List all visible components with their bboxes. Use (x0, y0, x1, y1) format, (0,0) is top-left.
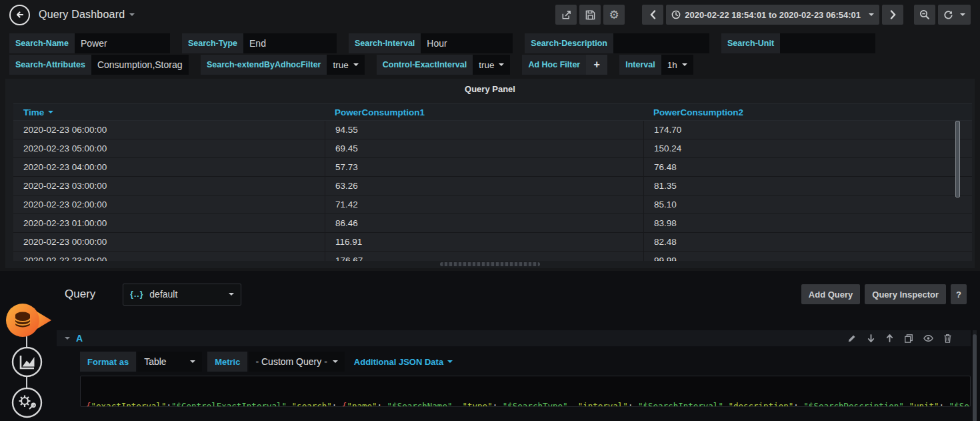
search-attributes-input[interactable] (91, 55, 189, 75)
select-caret-icon (333, 360, 338, 363)
title-caret-icon[interactable] (129, 13, 135, 16)
additional-json-data-toggle[interactable]: Additional JSON Data (354, 357, 453, 367)
zoom-out-icon (919, 9, 930, 20)
variable-search-unit: Search-Unit (721, 33, 875, 53)
move-down-icon[interactable] (867, 334, 875, 343)
save-button[interactable] (579, 5, 601, 25)
queries-tab[interactable] (4, 302, 53, 339)
control-exact-interval-select[interactable]: true (473, 55, 510, 75)
dashboard-settings-button[interactable]: ⚙ (603, 5, 625, 25)
time-cell: 2020-02-23 03:00:00 (13, 177, 325, 195)
time-cell: 2020-02-23 04:00:00 (13, 158, 325, 176)
metric-select[interactable]: - Custom Query - (249, 352, 344, 372)
table-row: 2020-02-23 05:00:00 69.45 150.24 (13, 139, 972, 158)
panel-editor: Query {..} default Add Query Query Inspe… (0, 271, 980, 421)
value2-cell: 99.99 (643, 252, 972, 261)
interval-select[interactable]: 1h (661, 55, 693, 75)
value2-cell: 150.24 (643, 139, 972, 157)
back-arrow-icon (15, 9, 25, 20)
template-variables: Search-Name Search-Type Search-Interval … (9, 33, 971, 76)
variable-search-attributes: Search-Attributes (9, 55, 189, 75)
value2-cell: 76.48 (643, 158, 972, 176)
refresh-button[interactable] (938, 5, 971, 25)
visualization-tab[interactable] (11, 346, 43, 378)
general-settings-tab[interactable] (11, 387, 43, 418)
datasource-value: default (149, 289, 177, 300)
variable-search-description: Search-Description (525, 33, 709, 53)
json-data-caret-icon (447, 360, 453, 363)
value2-cell: 83.98 (643, 214, 972, 232)
variable-control-exact-interval: Control-ExactInterval true (377, 55, 511, 75)
search-extend-label: Search-extendByAdhocFilter (201, 55, 327, 75)
panel-title[interactable]: Query Panel (5, 79, 975, 99)
column-header-powerconsumption1[interactable]: PowerConsumption1 (325, 107, 643, 117)
table-scrollbar[interactable] (955, 121, 960, 197)
time-shift-back-button[interactable] (642, 5, 663, 25)
variable-search-extend-by-adhoc-filter: Search-extendByAdhocFilter true (201, 55, 365, 75)
collapse-caret-icon[interactable] (65, 337, 70, 340)
value1-cell: 116.91 (325, 233, 643, 251)
search-type-input[interactable] (243, 33, 337, 53)
search-name-input[interactable] (75, 33, 170, 53)
query-panel: Query Panel Time PowerConsumption1 Power… (5, 79, 975, 268)
search-description-input[interactable] (613, 33, 709, 53)
share-icon (561, 10, 571, 20)
search-unit-input[interactable] (780, 33, 875, 53)
top-navbar: Query Dashboard ⚙ 2020 (0, 0, 980, 29)
search-description-label: Search-Description (525, 33, 613, 53)
table-row: 2020-02-23 03:00:00 63.26 81.35 (13, 177, 972, 195)
table-header: Time PowerConsumption1 PowerConsumption2 (13, 103, 972, 121)
query-ref-id[interactable]: A (76, 333, 83, 344)
format-as-select[interactable]: Table (137, 352, 202, 372)
adhoc-filter-add-button[interactable]: + (586, 55, 607, 75)
time-shift-forward-button[interactable] (882, 5, 903, 25)
table-row: 2020-02-22 23:00:00 176.67 99.99 (13, 252, 972, 261)
query-inspector-button[interactable]: Query Inspector (865, 284, 946, 304)
table-row: 2020-02-23 04:00:00 57.73 76.48 (13, 158, 972, 177)
search-interval-label: Search-Interval (349, 33, 421, 53)
editor-scrollbar-thumb[interactable] (973, 334, 977, 421)
move-up-icon[interactable] (885, 334, 894, 343)
adhoc-filter-label: Ad Hoc Filter (522, 55, 586, 75)
column-header-time[interactable]: Time (13, 107, 325, 117)
search-type-label: Search-Type (182, 33, 243, 53)
value1-cell: 176.67 (325, 252, 643, 261)
query-code-line1: {"exactInterval":"$ControlExactInterval"… (86, 401, 965, 407)
column-header-powerconsumption2[interactable]: PowerConsumption2 (643, 107, 972, 117)
add-query-button[interactable]: Add Query (801, 284, 860, 304)
select-caret-icon (353, 63, 359, 66)
zoom-out-button[interactable] (914, 5, 935, 25)
table-body: 2020-02-23 06:00:00 94.55 174.70 2020-02… (13, 121, 972, 261)
refresh-interval-caret-icon[interactable] (960, 13, 965, 16)
time-cell: 2020-02-23 06:00:00 (13, 121, 325, 139)
datasource-queries-icon (4, 302, 53, 339)
value2-cell: 81.35 (643, 177, 972, 195)
refresh-icon (943, 10, 953, 20)
time-range-picker[interactable]: 2020-02-22 18:54:01 to 2020-02-23 06:54:… (666, 5, 879, 25)
edit-pencil-icon[interactable] (847, 334, 857, 343)
custom-query-editor[interactable]: {"exactInterval":"$ControlExactInterval"… (80, 376, 971, 407)
duplicate-icon[interactable] (904, 334, 913, 343)
toggle-visibility-eye-icon[interactable] (923, 334, 933, 342)
value2-cell: 82.48 (643, 233, 972, 251)
share-button[interactable] (555, 5, 577, 25)
help-button[interactable]: ? (951, 284, 967, 304)
dashboard-title[interactable]: Query Dashboard (39, 9, 125, 21)
select-caret-icon (190, 360, 195, 363)
back-button[interactable] (9, 5, 30, 25)
delete-trash-icon[interactable] (943, 334, 952, 343)
query-options-toolbar: Format as Table Metric - Custom Query - … (80, 352, 453, 372)
variable-search-interval: Search-Interval (349, 33, 513, 53)
panel-resize-handle[interactable] (440, 262, 540, 266)
datasource-picker[interactable]: {..} default (123, 284, 241, 306)
clock-icon (671, 10, 681, 19)
search-interval-input[interactable] (421, 33, 513, 53)
search-extend-select[interactable]: true (327, 55, 364, 75)
plus-icon: + (594, 59, 600, 71)
time-cell: 2020-02-23 01:00:00 (13, 214, 325, 232)
metric-label: Metric (207, 352, 247, 372)
datasource-caret-icon (229, 293, 234, 296)
adhoc-filter-control: Ad Hoc Filter + (522, 55, 607, 75)
time-cell: 2020-02-23 05:00:00 (13, 139, 325, 157)
sort-desc-icon (48, 111, 53, 113)
